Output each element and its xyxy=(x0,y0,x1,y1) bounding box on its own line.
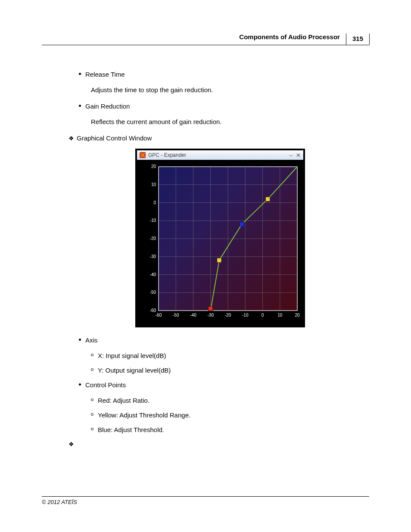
close-icon[interactable]: ✕ xyxy=(296,152,301,159)
circle-icon xyxy=(91,428,93,430)
chart-svg[interactable]: -60-50-40-30-20-1001020-60-50-40-30-20-1… xyxy=(140,162,301,322)
control-point-threshold-range[interactable] xyxy=(266,197,270,201)
svg-text:-30: -30 xyxy=(150,254,156,259)
copyright: © 2012 ATEÏS xyxy=(42,499,77,505)
item-label: Gain Reduction xyxy=(85,101,130,112)
cp-yellow: Yellow: Adjust Threshold Range. xyxy=(91,410,369,420)
bullet-icon xyxy=(79,339,81,341)
sub-item-label: Blue: Adjust Threshold. xyxy=(98,425,164,435)
item-release-time-desc: Adjusts the time to stop the gain reduct… xyxy=(91,85,369,95)
item-release-time: Release Time xyxy=(79,69,369,80)
svg-text:0: 0 xyxy=(153,200,156,205)
svg-text:-30: -30 xyxy=(208,313,214,317)
svg-text:0: 0 xyxy=(262,313,264,317)
svg-text:-20: -20 xyxy=(225,313,231,317)
header-title: Components of Audio Processor xyxy=(239,33,340,40)
sub-item-label: Y: Output signal level(dB) xyxy=(98,365,171,376)
minimize-icon[interactable]: – xyxy=(290,152,293,159)
sub-item-label: X: Input signal level(dB) xyxy=(98,351,166,361)
item-gain-reduction-desc: Reflects the current amount of gain redu… xyxy=(91,117,369,127)
sub-item-label: Yellow: Adjust Threshold Range. xyxy=(98,410,190,420)
chart-window: GPC - Expander – ✕ -60-50-40-30-20-10010… xyxy=(135,149,305,327)
cp-blue: Blue: Adjust Threshold. xyxy=(91,425,369,435)
section-graphical-window: ❖ Graphical Control Window xyxy=(68,133,369,143)
svg-text:20: 20 xyxy=(151,164,156,169)
svg-text:-50: -50 xyxy=(150,290,156,295)
svg-text:-10: -10 xyxy=(242,313,249,317)
circle-icon xyxy=(91,368,93,371)
svg-text:-10: -10 xyxy=(150,218,156,223)
svg-text:-40: -40 xyxy=(150,272,156,277)
bullet-icon xyxy=(79,73,81,75)
axis-x: X: Input signal level(dB) xyxy=(91,351,369,361)
sub-item-label: Red: Adjust Ratio. xyxy=(98,395,149,406)
chart-body: -60-50-40-30-20-1001020-60-50-40-30-20-1… xyxy=(137,160,303,326)
bullet-icon xyxy=(79,105,81,107)
page-content: Release Time Adjusts the time to stop th… xyxy=(42,69,369,449)
chart-window-title: GPC - Expander xyxy=(148,152,286,158)
item-label: Release Time xyxy=(85,69,125,80)
cp-red: Red: Adjust Ratio. xyxy=(91,395,369,406)
page-footer: © 2012 ATEÏS xyxy=(42,496,369,505)
circle-icon xyxy=(91,413,93,416)
item-axis: Axis xyxy=(79,335,369,345)
section-label: Graphical Control Window xyxy=(77,133,152,143)
section-empty: ❖ xyxy=(68,439,369,449)
svg-text:-20: -20 xyxy=(150,236,156,241)
item-label: Control Points xyxy=(85,380,126,390)
svg-text:-60: -60 xyxy=(150,308,156,313)
circle-icon xyxy=(91,398,93,401)
svg-text:-40: -40 xyxy=(190,313,196,317)
bullet-icon xyxy=(79,383,81,386)
diamond-icon: ❖ xyxy=(68,439,74,449)
page-number: 315 xyxy=(346,34,370,45)
item-label: Axis xyxy=(85,335,97,345)
svg-text:10: 10 xyxy=(277,313,283,317)
item-control-points: Control Points xyxy=(79,380,369,390)
chart-titlebar[interactable]: GPC - Expander – ✕ xyxy=(137,150,303,160)
control-point-ratio[interactable] xyxy=(209,307,213,311)
svg-text:20: 20 xyxy=(295,313,300,317)
control-point-threshold[interactable] xyxy=(240,222,244,227)
svg-text:10: 10 xyxy=(151,182,156,187)
page-header: Components of Audio Processor 315 xyxy=(42,31,369,45)
item-gain-reduction: Gain Reduction xyxy=(79,101,369,112)
chart-figure: GPC - Expander – ✕ -60-50-40-30-20-10010… xyxy=(135,149,305,327)
app-icon xyxy=(140,152,146,158)
diamond-icon: ❖ xyxy=(68,134,74,143)
svg-text:-60: -60 xyxy=(156,313,162,317)
control-point-threshold-range[interactable] xyxy=(217,258,221,262)
svg-text:-50: -50 xyxy=(173,313,179,317)
axis-y: Y: Output signal level(dB) xyxy=(91,365,369,376)
circle-icon xyxy=(91,354,93,356)
